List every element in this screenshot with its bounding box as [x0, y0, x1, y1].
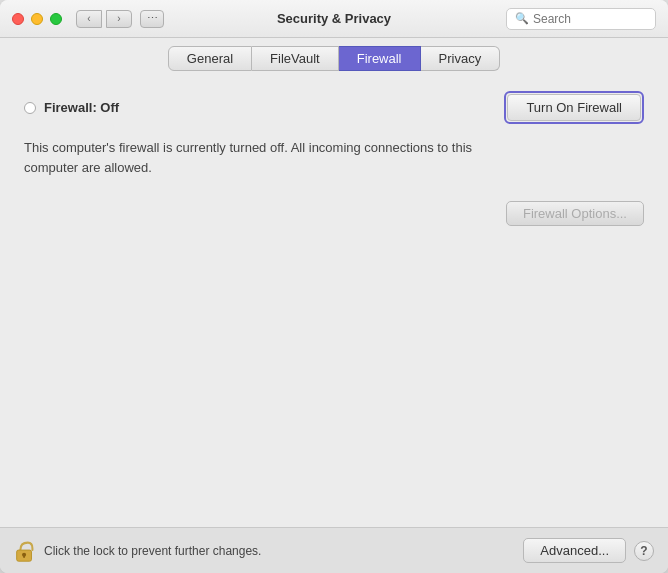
- firewall-description: This computer's firewall is currently tu…: [24, 138, 524, 177]
- tab-firewall[interactable]: Firewall: [339, 46, 421, 71]
- tabbar: General FileVault Firewall Privacy: [0, 38, 668, 71]
- lock-area[interactable]: Click the lock to prevent further change…: [14, 538, 261, 564]
- forward-icon: ›: [117, 13, 120, 24]
- tab-firewall-label: Firewall: [357, 51, 402, 66]
- firewall-status: Firewall: Off: [24, 100, 119, 115]
- back-button[interactable]: ‹: [76, 10, 102, 28]
- svg-rect-2: [23, 555, 25, 558]
- titlebar: ‹ › ⋯ Security & Privacy 🔍: [0, 0, 668, 38]
- traffic-lights: [12, 13, 62, 25]
- firewall-header: Firewall: Off Turn On Firewall: [24, 91, 644, 124]
- turn-on-firewall-button[interactable]: Turn On Firewall: [507, 94, 641, 121]
- search-icon: 🔍: [515, 12, 529, 25]
- search-input[interactable]: [533, 12, 647, 26]
- firewall-options-button[interactable]: Firewall Options...: [506, 201, 644, 226]
- window-title: Security & Privacy: [277, 11, 391, 26]
- firewall-options-row: Firewall Options...: [24, 201, 644, 226]
- bottombar: Click the lock to prevent further change…: [0, 527, 668, 573]
- back-icon: ‹: [87, 13, 90, 24]
- turn-on-firewall-button-wrapper: Turn On Firewall: [504, 91, 644, 124]
- grid-button[interactable]: ⋯: [140, 10, 164, 28]
- content-area: Firewall: Off Turn On Firewall This comp…: [0, 71, 668, 527]
- help-button[interactable]: ?: [634, 541, 654, 561]
- grid-icon: ⋯: [147, 12, 158, 25]
- minimize-button[interactable]: [31, 13, 43, 25]
- tab-filevault[interactable]: FileVault: [252, 46, 339, 71]
- tab-filevault-label: FileVault: [270, 51, 320, 66]
- bottom-right-buttons: Advanced... ?: [523, 538, 654, 563]
- help-icon: ?: [640, 544, 647, 558]
- tab-general[interactable]: General: [168, 46, 252, 71]
- maximize-button[interactable]: [50, 13, 62, 25]
- lock-icon: [14, 538, 36, 564]
- lock-text: Click the lock to prevent further change…: [44, 544, 261, 558]
- nav-buttons: ‹ ›: [76, 10, 132, 28]
- window: ‹ › ⋯ Security & Privacy 🔍 General FileV…: [0, 0, 668, 573]
- search-bar[interactable]: 🔍: [506, 8, 656, 30]
- tab-general-label: General: [187, 51, 233, 66]
- firewall-radio-indicator: [24, 102, 36, 114]
- tab-privacy[interactable]: Privacy: [421, 46, 501, 71]
- advanced-button[interactable]: Advanced...: [523, 538, 626, 563]
- firewall-status-label: Firewall: Off: [44, 100, 119, 115]
- close-button[interactable]: [12, 13, 24, 25]
- forward-button[interactable]: ›: [106, 10, 132, 28]
- tab-privacy-label: Privacy: [439, 51, 482, 66]
